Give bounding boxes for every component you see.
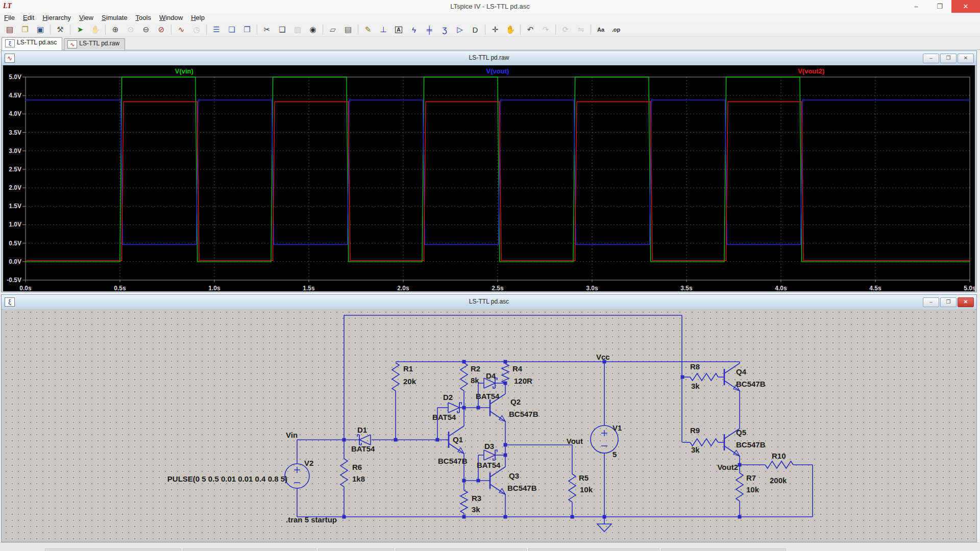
- component-D3[interactable]: [484, 450, 497, 460]
- waveform-plot-area[interactable]: 5.0V4.5V4.0V3.5V3.0V2.5V2.0V1.5V1.0V0.5V…: [3, 65, 975, 291]
- label-R3[interactable]: R3: [472, 494, 481, 503]
- label-20k[interactable]: 20k: [403, 377, 416, 386]
- label-BC547B[interactable]: BC547B: [509, 410, 538, 418]
- toolbar-inductor-button[interactable]: Ʒ: [437, 23, 452, 36]
- component-R6[interactable]: [340, 459, 348, 487]
- minimize-button[interactable]: –: [904, 0, 928, 13]
- label-R9[interactable]: R9: [690, 426, 700, 435]
- schematic-minimize-button[interactable]: –: [923, 297, 939, 307]
- toolbar-capacitor-button[interactable]: ╪: [422, 23, 436, 36]
- label-5[interactable]: 5: [612, 450, 617, 459]
- toolbar-undo-button[interactable]: ↶: [523, 23, 537, 36]
- component-R1[interactable]: [392, 363, 399, 391]
- component-R9[interactable]: [690, 439, 718, 446]
- menu-simulate[interactable]: Simulate: [97, 13, 132, 23]
- menu-view[interactable]: View: [75, 13, 97, 23]
- label-BAT54[interactable]: BAT54: [432, 413, 456, 421]
- toolbar-run-button[interactable]: ➤: [73, 23, 87, 36]
- toolbar-control-panel-button[interactable]: ⚒: [53, 23, 67, 36]
- toolbar-save-button[interactable]: ▣: [33, 23, 47, 36]
- label-10k[interactable]: 10k: [580, 485, 593, 494]
- label-BC547B[interactable]: BC547B: [736, 440, 766, 449]
- label-Vout2[interactable]: Vout2: [717, 463, 738, 471]
- label-BC547B[interactable]: BC547B: [507, 484, 537, 492]
- toolbar-resistor-button[interactable]: ϟ: [407, 23, 421, 36]
- waveform-window-titlebar[interactable]: ∿ LS-TTL pd.raw – ❐ ✕: [2, 51, 976, 66]
- label-R2[interactable]: R2: [471, 364, 480, 373]
- component-R8[interactable]: [690, 373, 718, 381]
- label-8k[interactable]: 8k: [471, 376, 479, 385]
- label-Q5[interactable]: Q5: [736, 428, 746, 437]
- component-R5[interactable]: [569, 474, 576, 502]
- toolbar-cascade-button[interactable]: ❐: [240, 23, 254, 36]
- toolbar-find-button[interactable]: ◉: [306, 23, 320, 36]
- label-10k[interactable]: 10k: [746, 485, 760, 494]
- toolbar-new-schematic-button[interactable]: ▤: [3, 23, 17, 36]
- schematic-close-button[interactable]: ✕: [958, 297, 974, 307]
- toolbar-drag-button[interactable]: ✋: [503, 23, 518, 36]
- component-D1[interactable]: [357, 435, 371, 445]
- tab-ls-ttl-pd.raw[interactable]: ∿LS-TTL pd.raw: [64, 38, 125, 51]
- toolbar-zoom-out-button[interactable]: ⊖: [139, 23, 153, 36]
- toolbar-tile-horizontal-button[interactable]: ☰: [209, 23, 224, 36]
- label-Vin[interactable]: Vin: [286, 431, 298, 439]
- label-120R[interactable]: 120R: [514, 377, 532, 385]
- label-Q1[interactable]: Q1: [453, 435, 463, 444]
- label-V2[interactable]: V2: [304, 459, 313, 467]
- label-3k[interactable]: 3k: [472, 505, 480, 514]
- toolbar-copy-button[interactable]: ❑: [275, 23, 289, 36]
- menu-file[interactable]: File: [0, 13, 19, 23]
- component-R3[interactable]: [460, 490, 468, 513]
- label-200k[interactable]: 200k: [770, 476, 787, 485]
- label-D3[interactable]: D3: [484, 442, 494, 450]
- menu-window[interactable]: Window: [155, 13, 187, 23]
- label-R4[interactable]: R4: [512, 364, 523, 373]
- component-Q3[interactable]: [490, 467, 505, 494]
- label-PULSE(0-5-0.5-0.01-0.01-0.4-0.8-5)[interactable]: PULSE(0 5 0.5 0.01 0.01 0.4 0.8 5): [167, 474, 287, 483]
- menu-tools[interactable]: Tools: [132, 13, 155, 23]
- label-1k8[interactable]: 1k8: [352, 474, 365, 483]
- toolbar-print-preview-button[interactable]: ▱: [326, 23, 340, 36]
- label-BAT54[interactable]: BAT54: [476, 392, 500, 400]
- toolbar-label-button[interactable]: A: [391, 23, 406, 36]
- label-BC547B[interactable]: BC547B: [438, 457, 468, 465]
- close-button[interactable]: ✕: [951, 0, 980, 13]
- toolbar-zoom-in-button[interactable]: ⊕: [108, 23, 122, 36]
- label-R8[interactable]: R8: [690, 362, 700, 371]
- menu-help[interactable]: Help: [187, 13, 209, 23]
- toolbar-wire-button[interactable]: ✎: [361, 23, 375, 36]
- schematic-drawing[interactable]: VinV2PULSE(0 5 0.5 0.01 0.01 0.4 0.8 5).…: [3, 309, 975, 541]
- toolbar-cut-button[interactable]: ✂: [260, 23, 274, 36]
- label-BC547B[interactable]: BC547B: [736, 380, 766, 388]
- schematic-canvas[interactable]: VinV2PULSE(0 5 0.5 0.01 0.01 0.4 0.8 5).…: [3, 309, 975, 541]
- maximize-button[interactable]: ❐: [928, 0, 951, 13]
- toolbar-component-button[interactable]: D: [468, 23, 482, 36]
- menu-edit[interactable]: Edit: [19, 13, 38, 23]
- label-Q4[interactable]: Q4: [736, 367, 747, 376]
- waveform-restore-button[interactable]: ❐: [940, 54, 957, 63]
- label-R7[interactable]: R7: [746, 473, 756, 482]
- schematic-window-titlebar[interactable]: ξ LS-TTL pd.asc – ❐ ✕: [2, 295, 976, 310]
- toolbar-autorange-y-button[interactable]: ∿: [174, 23, 188, 36]
- legend-V(vout2)[interactable]: V(vout2): [798, 67, 824, 75]
- legend-V(vin)[interactable]: V(vin): [175, 67, 193, 75]
- label-R6[interactable]: R6: [352, 463, 362, 471]
- label-R1[interactable]: R1: [403, 364, 413, 373]
- label-BAT54[interactable]: BAT54: [477, 461, 501, 469]
- label-D1[interactable]: D1: [357, 425, 367, 434]
- toolbar-ground-button[interactable]: ⊥: [376, 23, 390, 36]
- label-Vout[interactable]: Vout: [567, 437, 583, 445]
- waveform-plot[interactable]: 5.0V4.5V4.0V3.5V3.0V2.5V2.0V1.5V1.0V0.5V…: [3, 65, 975, 291]
- label-Q2[interactable]: Q2: [510, 397, 521, 406]
- tab-ls-ttl-pd.asc[interactable]: ξLS-TTL pd.asc: [2, 37, 62, 51]
- label-V1[interactable]: V1: [612, 423, 622, 432]
- toolbar-spice-directive-button[interactable]: .op: [609, 23, 623, 36]
- legend-V(vout)[interactable]: V(vout): [486, 67, 509, 75]
- menu-hierarchy[interactable]: Hierarchy: [38, 13, 75, 23]
- toolbar-tile-vertical-button[interactable]: ❏: [225, 23, 239, 36]
- toolbar-move-button[interactable]: ✛: [488, 23, 502, 36]
- toolbar-diode-button[interactable]: ▷: [453, 23, 467, 36]
- label-D2[interactable]: D2: [443, 393, 453, 402]
- toolbar-print-button[interactable]: ▤: [341, 23, 355, 36]
- waveform-close-button[interactable]: ✕: [958, 54, 974, 63]
